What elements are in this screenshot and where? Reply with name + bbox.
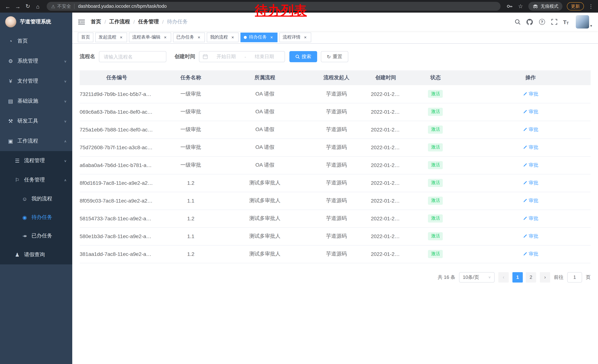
start-date-placeholder[interactable]: 开始日期 [209, 53, 243, 60]
chevron-icon: ∨ [64, 99, 67, 103]
sidebar-menu-item[interactable]: ☺ 我的流程 [0, 190, 72, 208]
sidebar-menu-item[interactable]: ◔ 首页 [0, 31, 72, 51]
page-unit-label: 页 [586, 274, 590, 281]
approve-link[interactable]: 审批 [523, 126, 538, 133]
cell-action: 审批 [471, 192, 590, 210]
tab[interactable]: 流程详情 × [279, 32, 311, 42]
browser-actions: ☆ 无痕模式 更新 ⋮ [506, 2, 594, 11]
edit-icon [523, 127, 527, 132]
search-button[interactable]: 搜索 [289, 51, 317, 62]
user-menu[interactable]: ▾ [576, 15, 592, 29]
cell-starter: 芋道源码 [302, 245, 371, 263]
chevron-icon: ∨ [64, 159, 67, 162]
sidebar-menu-item[interactable]: ⚙ 系统管理 ∨ [0, 51, 72, 71]
tab-close-icon[interactable]: × [163, 35, 168, 40]
approve-link[interactable]: 审批 [523, 180, 538, 186]
search-icon[interactable] [514, 18, 521, 25]
end-date-placeholder[interactable]: 结束日期 [248, 53, 281, 60]
status-badge: 激活 [428, 108, 443, 116]
approve-link[interactable]: 审批 [523, 108, 538, 115]
menu-item-label: 研发工具 [17, 118, 38, 124]
sidebar-menu-item[interactable]: ◉ 待办任务 [0, 208, 72, 226]
bookmark-star-icon[interactable]: ☆ [517, 3, 524, 10]
cell-create-time: 2022-01-22 21:37:30 [371, 121, 400, 138]
help-icon[interactable]: ? [539, 18, 545, 25]
security-label: 不安全 [57, 3, 71, 9]
approve-link[interactable]: 审批 [523, 91, 538, 97]
approve-link[interactable]: 审批 [523, 215, 538, 222]
select-caret-icon: ∨ [488, 275, 491, 279]
tab-close-icon[interactable]: × [230, 35, 235, 40]
cell-status: 激活 [400, 174, 471, 192]
edit-icon [523, 216, 527, 221]
sidebar-menu-item[interactable]: ↠ 已办任务 [0, 226, 72, 245]
goto-page-input[interactable] [567, 272, 582, 282]
tab[interactable]: 首页 [78, 32, 93, 42]
cell-action: 审批 [471, 121, 590, 138]
tab-close-icon[interactable]: × [196, 35, 201, 40]
cell-action: 审批 [471, 245, 590, 263]
edit-icon [523, 110, 527, 114]
sidebar-menu-item[interactable]: ▣ 工作流程 ∧ [0, 131, 72, 151]
sidebar-menu-item[interactable]: ⚒ 研发工具 ∨ [0, 111, 72, 131]
breadcrumb-item[interactable]: 工作流程 [109, 18, 130, 25]
tab-close-icon[interactable]: × [119, 35, 124, 40]
sidebar-menu-item[interactable]: ⚐ 任务管理 ∧ [0, 170, 72, 190]
approve-link[interactable]: 审批 [523, 233, 538, 240]
github-icon[interactable] [526, 18, 533, 25]
approve-link[interactable]: 审批 [523, 197, 538, 204]
prev-page-button[interactable]: ‹ [498, 272, 509, 282]
table-row: 8f0d1619-7ac8-11ec-a9e2-a2380e71991a 1.2… [80, 174, 590, 192]
tab[interactable]: 流程表单-编辑 × [129, 32, 171, 42]
next-page-button[interactable]: › [540, 272, 550, 282]
cell-create-time: 2022-01-21 22:43:55 [371, 192, 400, 210]
sidebar: 芋道管理系统 ◔ 首页 ⚙ 系统管理 ∨ [0, 13, 72, 364]
browser-menu-icon[interactable]: ⋮ [588, 3, 594, 9]
sidebar-menu-item[interactable]: ¥ 支付管理 ∨ [0, 71, 72, 91]
sidebar-logo[interactable]: 芋道管理系统 [0, 13, 72, 31]
approve-link[interactable]: 审批 [523, 144, 538, 151]
process-name-input[interactable] [99, 51, 166, 62]
sidebar-menu-item[interactable]: ☰ 流程管理 ∨ [0, 151, 72, 170]
table-row: 725a1eb6-7b88-11ec-8ef0-acde48001122 一级审… [80, 121, 590, 138]
menu-item-label: 支付管理 [17, 78, 38, 84]
tab-close-icon[interactable]: × [303, 35, 308, 40]
gear-icon: ⚙ [8, 58, 14, 64]
cell-process: OA 请假 [228, 121, 302, 138]
tab[interactable]: 我的流程 × [207, 32, 239, 42]
cell-task-id: 75d72608-7b7f-11ec-a3c8-acde48001122 [80, 138, 154, 156]
cell-status: 激活 [400, 121, 471, 138]
breadcrumb-item[interactable]: 任务管理 [138, 18, 159, 25]
cell-status: 激活 [400, 192, 471, 210]
tab[interactable]: 发起流程 × [95, 32, 127, 42]
reset-button[interactable]: ↻ 重置 [321, 51, 348, 62]
font-size-icon[interactable]: TT [563, 19, 569, 25]
approve-link[interactable]: 审批 [523, 162, 538, 169]
page-number-button[interactable]: 1 [512, 272, 523, 282]
user-avatar[interactable] [576, 15, 589, 29]
cell-task-name: 一级审批 [154, 156, 228, 174]
tab[interactable]: 已办任务 × [173, 32, 205, 42]
update-button[interactable]: 更新 [567, 2, 584, 10]
cell-action: 审批 [471, 210, 590, 227]
security-chip[interactable]: ⚠ 不安全 [51, 3, 71, 9]
address-bar[interactable]: ⚠ 不安全 dashboard.yudao.iocoder.cn/bpm/tas… [47, 2, 500, 11]
approve-link[interactable]: 审批 [523, 251, 538, 257]
fullscreen-icon[interactable] [551, 18, 557, 25]
breadcrumb-item[interactable]: 首页 [91, 18, 101, 25]
sidebar-menu-item[interactable]: ▤ 基础设施 ∨ [0, 91, 72, 111]
hamburger-icon[interactable] [78, 19, 85, 25]
browser-forward-icon[interactable]: → [15, 3, 21, 9]
cell-process: 测试多审批人 [228, 174, 302, 192]
page-number-button[interactable]: 2 [526, 272, 536, 282]
tab[interactable]: 待办任务 × [241, 32, 277, 42]
browser-home-icon[interactable]: ⌂ [34, 3, 41, 9]
tab-close-icon[interactable]: × [269, 35, 274, 40]
page-size-select[interactable]: 10条/页 ∨ [459, 272, 495, 282]
key-icon[interactable] [506, 3, 513, 10]
browser-reload-icon[interactable]: ↻ [25, 3, 31, 10]
date-range-picker[interactable]: 开始日期 - 结束日期 [199, 51, 285, 62]
sidebar-menu-item[interactable]: ♟ 请假查询 [0, 245, 72, 264]
table-header-cell: 任务编号 [80, 70, 154, 85]
browser-back-icon[interactable]: ← [4, 3, 11, 9]
